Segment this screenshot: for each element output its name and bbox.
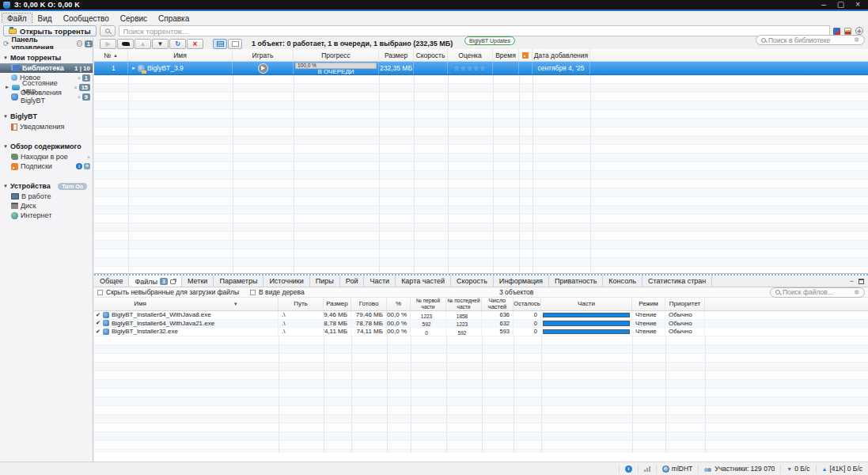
close-icon[interactable]: × (78, 75, 81, 81)
sidebar-section-my-torrents[interactable]: ▼ Мои торренты (0, 51, 93, 63)
hide-unselected-checkbox[interactable]: Скрыть невыбранные для загрузки файлы (97, 288, 239, 296)
sidebar-item-swarm-discoveries[interactable]: Находки в рое × (0, 152, 93, 162)
close-icon[interactable]: × (87, 154, 90, 160)
list-view-button[interactable] (213, 39, 227, 49)
column-name[interactable]: Имя (128, 49, 233, 61)
tab-speed[interactable]: Скорость (451, 276, 494, 287)
file-row[interactable]: ✔BiglyBT_Installer64_WithJava8.exe .\ 79… (94, 311, 868, 320)
column-date-added[interactable]: Дата добавления (533, 49, 590, 61)
move-up-button[interactable]: ▲ (135, 39, 151, 49)
close-icon[interactable]: × (78, 94, 81, 100)
play-button[interactable] (258, 63, 268, 74)
tab-console[interactable]: Консоль (603, 276, 642, 287)
status-nat[interactable] (638, 465, 656, 473)
column-rating[interactable]: Оценка (448, 49, 493, 61)
column-first-piece[interactable]: № первой части (411, 298, 446, 310)
remove-button[interactable]: × (187, 39, 203, 49)
restore-panel-icon[interactable] (859, 279, 864, 284)
stop-button[interactable] (117, 39, 134, 49)
expand-row-icon[interactable]: ► (131, 66, 136, 70)
column-priority[interactable]: Приоритет (665, 298, 705, 310)
menu-tools[interactable]: Сервис (116, 13, 152, 24)
tab-piece-map[interactable]: Карта частей (396, 276, 451, 287)
minimize-panel-icon[interactable]: − (850, 278, 854, 285)
sidebar-section-devices[interactable]: ▼ Устройства Turn On (0, 180, 93, 192)
column-pieces[interactable]: Части (541, 298, 632, 310)
status-upload-speed[interactable]: ▲ [41K] 0 Б/с (816, 465, 868, 473)
sidebar-item-library[interactable]: Библиотека 1 | 10 (0, 63, 93, 73)
status-info[interactable]: i (619, 465, 638, 473)
file-row[interactable]: ✔BiglyBT_Installer32.exe .\ 74,11 МБ 74,… (94, 328, 868, 336)
column-size[interactable]: Размер (379, 49, 414, 61)
rating-stars[interactable]: ☆☆☆☆☆ (454, 65, 487, 72)
column-speed[interactable]: Скорость (414, 49, 448, 61)
sidebar-item-subscriptions[interactable]: Подписки i + (0, 162, 93, 171)
file-checkmark-icon[interactable]: ✔ (96, 312, 100, 318)
column-path[interactable]: Путь (279, 298, 324, 310)
menu-community[interactable]: Сообщество (59, 13, 114, 24)
add-subscription-icon[interactable]: + (84, 163, 90, 169)
column-file-name[interactable]: Имя▼ (94, 298, 279, 310)
control-panel-options-icon[interactable]: ⊙ (77, 40, 82, 47)
tab-swarm[interactable]: Рой (340, 276, 365, 287)
move-down-button[interactable]: ▼ (152, 39, 169, 49)
library-search-box[interactable]: Поиск в библиотеке ✲ (756, 35, 865, 45)
column-last-piece[interactable]: № последнейчасти (446, 298, 482, 310)
sidebar-item-biglybt-updates[interactable]: Обновления BiglyBT ×9 (0, 92, 93, 101)
tab-pieces[interactable]: Части (364, 276, 396, 287)
settings-gear-icon[interactable]: ✚ (855, 27, 863, 35)
tab-options[interactable]: Параметры (214, 276, 263, 287)
sidebar-item-disk[interactable]: Диск (0, 201, 93, 211)
close-button[interactable]: × (855, 1, 860, 9)
column-play[interactable]: Играть (233, 49, 294, 61)
menu-view[interactable]: Вид (33, 13, 57, 24)
tab-general[interactable]: Общее (94, 276, 129, 287)
stats-icon[interactable] (844, 28, 851, 35)
popout-icon[interactable] (170, 279, 176, 284)
refresh-button[interactable]: ↻ (169, 39, 186, 49)
plugin-icon[interactable] (833, 28, 840, 35)
saved-search-icon[interactable]: ✲ (854, 289, 859, 296)
subscriptions-info-icon[interactable]: i (76, 163, 82, 169)
control-panel-header[interactable]: ⟳ Панель управления ⊙ 1 (0, 38, 93, 49)
tab-files[interactable]: Файлы 3 (129, 276, 182, 287)
file-row[interactable]: ✔BiglyBT_Installer64_WithJava21.exe .\ 7… (94, 320, 868, 329)
column-rss[interactable] (519, 49, 533, 61)
sidebar-section-content-overview[interactable]: ▼ Обзор содержимого (0, 140, 93, 152)
sidebar-item-internet[interactable]: Интернет (0, 211, 93, 220)
column-num[interactable]: №▲ (94, 49, 128, 61)
status-dht[interactable]: mlDHT (656, 465, 698, 473)
column-mode[interactable]: Режим (632, 298, 665, 310)
column-file-size[interactable]: Размер (324, 298, 351, 310)
start-button[interactable]: ▶ (100, 39, 116, 49)
updates-badge[interactable]: BiglyBT Updates (464, 36, 515, 45)
status-participants[interactable]: Участники: 129 070 (698, 465, 780, 473)
sidebar-item-in-progress[interactable]: В работе (0, 192, 93, 201)
menu-file[interactable]: Файл (2, 13, 32, 24)
tab-country-stats[interactable]: Статистика стран (642, 276, 712, 287)
tab-peers[interactable]: Пиры (310, 276, 340, 287)
torrent-row[interactable]: ↑1 ►BiglyBT_3.9 100,0 % В ОЧЕРЕДИ 232,35… (94, 62, 868, 75)
column-percent[interactable]: % (387, 298, 411, 310)
column-eta[interactable]: Время (493, 49, 519, 61)
tab-tags[interactable]: Метки (182, 276, 214, 287)
tree-view-checkbox[interactable]: В виде дерева (250, 288, 305, 296)
column-piece-count[interactable]: Число частей (482, 298, 514, 310)
search-button[interactable] (100, 25, 116, 36)
column-remaining[interactable]: Осталось (514, 298, 541, 310)
column-done[interactable]: Готово (351, 298, 387, 310)
sidebar-section-biglybt[interactable]: ▼ BiglyBT (0, 110, 93, 122)
tab-sources[interactable]: Источники (263, 276, 309, 287)
sidebar-item-notifications[interactable]: Уведомления (0, 122, 93, 131)
saved-search-icon[interactable]: ✲ (854, 36, 859, 44)
column-progress[interactable]: Прогресс (294, 49, 379, 61)
tab-info[interactable]: Информация (494, 276, 549, 287)
turn-on-button[interactable]: Turn On (58, 183, 87, 190)
file-search-box[interactable]: Поиск файлов... ✲ (770, 287, 865, 298)
maximize-button[interactable]: ▢ (837, 1, 844, 9)
file-checkmark-icon[interactable]: ✔ (96, 329, 100, 335)
minimize-button[interactable]: – (821, 1, 826, 9)
status-download-speed[interactable]: ▼ 0 Б/с (780, 465, 815, 473)
torrent-search-input[interactable] (119, 25, 830, 36)
detail-view-button[interactable] (228, 39, 242, 49)
